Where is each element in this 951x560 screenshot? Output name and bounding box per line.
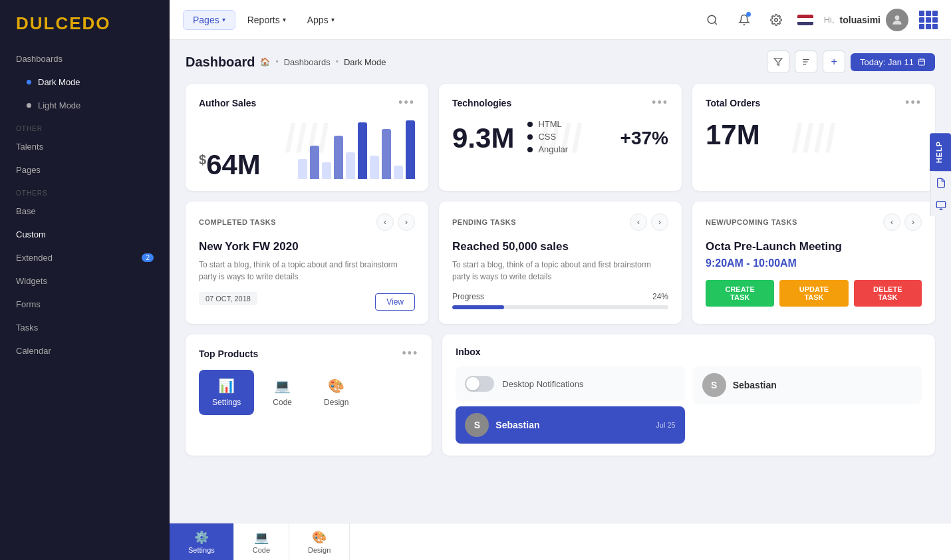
side-icon-2[interactable] bbox=[930, 195, 951, 216]
notifications-button[interactable] bbox=[734, 9, 755, 31]
inactive-dot-icon bbox=[27, 103, 31, 108]
pending-next-button[interactable]: › bbox=[651, 213, 668, 231]
sidebar-item-forms[interactable]: Forms bbox=[0, 293, 170, 316]
add-button[interactable]: + bbox=[823, 51, 845, 73]
bottom-footer: ⚙️ Settings 💻 Code 🎨 Design bbox=[170, 523, 951, 560]
user-profile[interactable]: Hi, toluasimi bbox=[824, 9, 908, 31]
sidebar-item-darkmode[interactable]: Dark Mode bbox=[0, 70, 170, 94]
sidebar: DULCEDO Dashboards Dark Mode Light Mode … bbox=[0, 0, 170, 560]
inbox-user1-row[interactable]: S Sebastian Jul 25 bbox=[456, 406, 684, 444]
sidebar-item-tasks[interactable]: Tasks bbox=[0, 316, 170, 339]
sidebar-item-calendar[interactable]: Calendar bbox=[0, 339, 170, 362]
tech-label-angular: Angular bbox=[538, 144, 568, 154]
sidebar-item-dashboards[interactable]: Dashboards bbox=[0, 47, 170, 70]
sidebar-item-custom[interactable]: Custom bbox=[0, 223, 170, 246]
author-sales-menu[interactable]: ••• bbox=[398, 96, 415, 110]
search-button[interactable] bbox=[702, 9, 723, 31]
completed-next-button[interactable]: › bbox=[398, 213, 415, 231]
sidebar-item-base[interactable]: Base bbox=[0, 200, 170, 223]
delete-task-button[interactable]: DELETE TASK bbox=[854, 280, 922, 307]
top-products-title: Top Products bbox=[199, 349, 258, 359]
pending-prev-button[interactable]: ‹ bbox=[630, 213, 647, 231]
upcoming-prev-button[interactable]: ‹ bbox=[883, 213, 900, 231]
svg-rect-12 bbox=[936, 202, 945, 208]
top-products-menu[interactable]: ••• bbox=[402, 347, 418, 360]
completed-task-title: New York FW 2020 bbox=[199, 240, 415, 253]
tasks-grid: COMPLETED TASKS ‹ › New York FW 2020 To … bbox=[170, 202, 951, 335]
page-title: Dashboard bbox=[186, 55, 255, 70]
user-name: toluasimi bbox=[840, 15, 881, 25]
author-sales-chart bbox=[298, 119, 415, 179]
tech-label-css: CSS bbox=[538, 132, 556, 142]
language-flag[interactable] bbox=[797, 15, 813, 25]
notifications-toggle[interactable] bbox=[465, 376, 494, 392]
nav-pages-chevron-icon: ▾ bbox=[222, 16, 225, 23]
inbox-right-col: S Sebastian bbox=[693, 366, 922, 444]
date-button[interactable]: Today: Jan 11 bbox=[851, 53, 935, 71]
inbox-avatar1: S bbox=[465, 413, 489, 437]
footer-settings-icon: ⚙️ bbox=[194, 530, 209, 545]
sidebar-item-label: Dashboards bbox=[16, 54, 63, 64]
view-task-button[interactable]: View bbox=[375, 293, 415, 311]
nav-apps[interactable]: Apps ▾ bbox=[298, 11, 344, 29]
technologies-header: Technologies ••• bbox=[452, 96, 668, 110]
sidebar-item-label: Talents bbox=[16, 142, 43, 152]
sidebar-section-other: OTHER Talents Pages bbox=[0, 117, 170, 182]
sidebar-item-lightmode[interactable]: Light Mode bbox=[0, 94, 170, 117]
settings-tab-icon: 📊 bbox=[218, 378, 235, 394]
product-tab-code[interactable]: 💻 Code bbox=[259, 370, 305, 415]
breadcrumb-link-dashboards[interactable]: Dashboards bbox=[284, 57, 331, 67]
grid-menu-button[interactable] bbox=[919, 11, 938, 29]
product-tab-settings[interactable]: 📊 Settings bbox=[199, 370, 254, 415]
upcoming-tasks-header: NEW/UPCOMING TASKS ‹ › bbox=[706, 213, 922, 231]
nav-pages-label: Pages bbox=[193, 15, 219, 25]
total-orders-menu[interactable]: ••• bbox=[905, 96, 922, 110]
sort-button[interactable] bbox=[795, 51, 817, 73]
nav-pages[interactable]: Pages ▾ bbox=[183, 10, 235, 30]
sidebar-item-label: Light Mode bbox=[38, 100, 80, 110]
create-task-button[interactable]: CREATE TASK bbox=[706, 280, 774, 307]
help-bar: HELP bbox=[930, 133, 951, 216]
author-sales-header: Author Sales ••• bbox=[199, 96, 415, 110]
total-orders-number: 17M bbox=[706, 119, 760, 151]
tech-label-html: HTML bbox=[538, 119, 561, 129]
upcoming-next-button[interactable]: › bbox=[904, 213, 922, 231]
completed-task-date: 07 OCT, 2018 bbox=[199, 292, 257, 305]
svg-point-2 bbox=[774, 18, 777, 21]
technologies-list: HTML CSS Angular bbox=[527, 119, 607, 157]
nav-apps-chevron-icon: ▾ bbox=[331, 16, 335, 23]
sidebar-item-pages[interactable]: Pages bbox=[0, 158, 170, 182]
completed-tasks-label: COMPLETED TASKS bbox=[199, 218, 276, 226]
pending-tasks-label: PENDING TASKS bbox=[452, 218, 516, 226]
top-products-header: Top Products ••• bbox=[199, 347, 418, 360]
breadcrumb-current: Dark Mode bbox=[344, 57, 386, 67]
footer-tab-settings[interactable]: ⚙️ Settings bbox=[170, 523, 234, 560]
completed-tasks-card: COMPLETED TASKS ‹ › New York FW 2020 To … bbox=[186, 202, 428, 324]
sidebar-item-widgets[interactable]: Widgets bbox=[0, 269, 170, 293]
nav-reports[interactable]: Reports ▾ bbox=[238, 11, 295, 29]
notification-dot bbox=[746, 12, 751, 17]
user-avatar[interactable] bbox=[886, 9, 908, 31]
sidebar-item-extended[interactable]: Extended 2 bbox=[0, 246, 170, 269]
update-task-button[interactable]: UPDATE TASK bbox=[779, 280, 848, 307]
total-orders-header: Total Orders ••• bbox=[706, 96, 922, 110]
technologies-body: 9.3M HTML CSS Angular bbox=[452, 119, 668, 157]
side-icon-1[interactable] bbox=[930, 172, 951, 194]
footer-code-icon: 💻 bbox=[254, 530, 269, 545]
footer-design-icon: 🎨 bbox=[312, 530, 327, 545]
inbox-card: Inbox Desktop Notifications bbox=[442, 335, 935, 456]
filter-button[interactable] bbox=[767, 51, 789, 73]
help-button[interactable]: HELP bbox=[930, 133, 951, 171]
pending-task-title: Reached 50,000 sales bbox=[452, 240, 668, 253]
inbox-user2-row[interactable]: S Sebastian bbox=[693, 366, 922, 404]
svg-point-3 bbox=[895, 15, 900, 20]
footer-tab-code[interactable]: 💻 Code bbox=[234, 523, 289, 560]
technologies-menu[interactable]: ••• bbox=[652, 96, 668, 110]
extended-badge: 2 bbox=[142, 253, 154, 262]
completed-prev-button[interactable]: ‹ bbox=[376, 213, 394, 231]
product-tab-design[interactable]: 🎨 Design bbox=[311, 370, 362, 415]
sidebar-item-label: Calendar bbox=[16, 346, 51, 356]
settings-button[interactable] bbox=[765, 9, 787, 31]
sidebar-item-talents[interactable]: Talents bbox=[0, 135, 170, 158]
footer-tab-design[interactable]: 🎨 Design bbox=[289, 523, 350, 560]
